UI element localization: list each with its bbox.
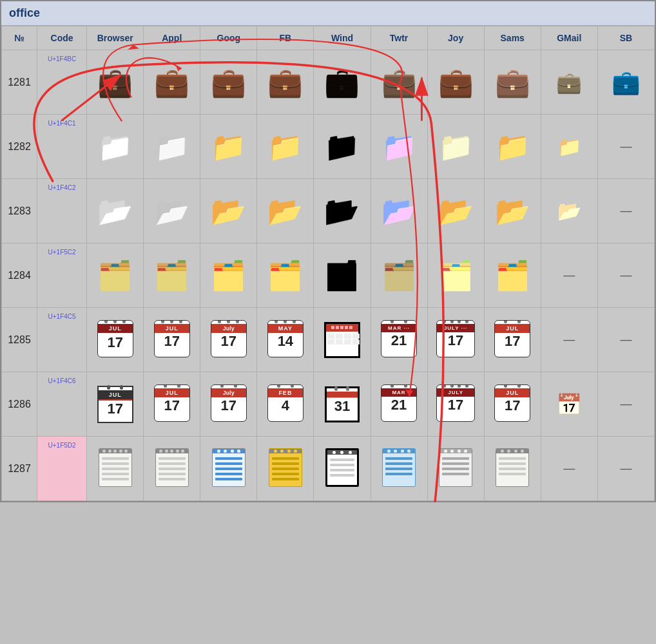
cal2-wind: 31 [314, 372, 371, 437]
row-code: U+1F4C1 [37, 115, 87, 179]
cal2-gmail: 📅 [541, 372, 597, 437]
dividers-joy: 🗂️ [427, 243, 484, 308]
briefcase-goog: 💼 [200, 50, 257, 115]
dividers-twtr: 🗂️ [371, 243, 427, 308]
cal-appl: JUL 17 [144, 308, 200, 372]
col-goog: Goog [200, 26, 257, 50]
row-code: U+1F5C2 [37, 243, 87, 308]
row-code: U+1F4C5 [37, 308, 87, 372]
dash: — [563, 333, 575, 346]
cal2-sams: JUL 17 [484, 372, 541, 437]
table-row: 1287 U+1F5D2 [2, 437, 655, 501]
folder-browser: 📁 [87, 115, 144, 179]
row-num: 1284 [2, 243, 37, 308]
col-appl: Appl [144, 26, 200, 50]
notepad-joy [427, 437, 484, 501]
dash: — [563, 462, 575, 475]
row-code: U+1F4C6 [37, 372, 87, 437]
table-row: 1284 U+1F5C2 🗂️ 🗂️ 🗂️ [2, 243, 655, 308]
cal2-appl: JUL 17 [144, 372, 200, 437]
folder-fb: 📁 [257, 115, 314, 179]
folder-joy: 📁 [427, 115, 484, 179]
folder-open-wind: 📂 [314, 179, 371, 243]
notepad-twtr [371, 437, 427, 501]
folder-open-fb: 📂 [257, 179, 314, 243]
cal-sb: — [597, 308, 654, 372]
table-row: 1282 U+1F4C1 📁 📁 📁 [2, 115, 655, 179]
dividers-appl: 🗂️ [144, 243, 200, 308]
dividers-wind: 🗂️ [314, 243, 371, 308]
dash: — [620, 140, 632, 153]
dividers-gmail: — [541, 243, 597, 308]
briefcase-twtr: 💼 [371, 50, 427, 115]
briefcase-wind: 💼 [314, 50, 371, 115]
briefcase-sams: 💼 [484, 50, 541, 115]
cal2-goog: July 17 [200, 372, 257, 437]
cal-gmail: — [541, 308, 597, 372]
dash: — [620, 204, 632, 217]
dash: — [620, 397, 632, 410]
table-wrapper: № Code Browser Appl Goog FB Wind Twtr Jo… [1, 26, 655, 501]
table-row: 1283 U+1F4C2 📂 📂 📂 [2, 179, 655, 243]
briefcase-browser: 💼 [87, 50, 144, 115]
folder-open-joy: 📂 [427, 179, 484, 243]
cal2-twtr: MAR 21 [371, 372, 427, 437]
col-twtr: Twtr [371, 26, 427, 50]
col-wind: Wind [314, 26, 371, 50]
folder-open-gmail: 📂 [541, 179, 597, 243]
folder-open-sams: 📂 [484, 179, 541, 243]
dividers-sb: — [597, 243, 654, 308]
dividers-goog: 🗂️ [200, 243, 257, 308]
folder-open-twtr: 📂 [371, 179, 427, 243]
notepad-browser [87, 437, 144, 501]
dash: — [620, 269, 632, 281]
notepad-gmail: — [541, 437, 597, 501]
row-num: 1286 [2, 372, 37, 437]
row-num: 1287 [2, 437, 37, 501]
dividers-sams: 🗂️ [484, 243, 541, 308]
cal-sams: JUL 17 [484, 308, 541, 372]
emoji-table: № Code Browser Appl Goog FB Wind Twtr Jo… [1, 26, 655, 501]
notepad-sb: — [597, 437, 654, 501]
cal-browser: JUL 17 [87, 308, 144, 372]
cal2-fb: FEB 4 [257, 372, 314, 437]
folder-open-goog: 📂 [200, 179, 257, 243]
cal2-sb: — [597, 372, 654, 437]
col-sb: SB [597, 26, 654, 50]
row-code: U+1F4BC [37, 50, 87, 115]
dash: — [563, 269, 575, 281]
cal2-joy: JULY 17 [427, 372, 484, 437]
cal2-browser: JUL 17 [87, 372, 144, 437]
briefcase-fb: 💼 [257, 50, 314, 115]
table-row: 1281 U+1F4BC 💼 💼 💼 [2, 50, 655, 115]
folder-sams: 📁 [484, 115, 541, 179]
table-row: 1286 U+1F4C6 JUL 17 [2, 372, 655, 437]
dividers-browser: 🗂️ [87, 243, 144, 308]
notepad-fb [257, 437, 314, 501]
folder-gmail: 📁 [541, 115, 597, 179]
cal-twtr: MAR ··· 21 [371, 308, 427, 372]
cal-fb: MAY 14 [257, 308, 314, 372]
col-sams: Sams [484, 26, 541, 50]
col-gmail: GMail [541, 26, 597, 50]
col-code: Code [37, 26, 87, 50]
folder-open-appl: 📂 [144, 179, 200, 243]
notepad-wind [314, 437, 371, 501]
notepad-appl [144, 437, 200, 501]
row-num: 1282 [2, 115, 37, 179]
cal-goog: July 17 [200, 308, 257, 372]
folder-sb: — [597, 115, 654, 179]
row-num: 1283 [2, 179, 37, 243]
row-code: U+1F5D2 [37, 437, 87, 501]
cal-wind [314, 308, 371, 372]
page-title: office [1, 1, 655, 26]
col-fb: FB [257, 26, 314, 50]
notepad-sams [484, 437, 541, 501]
row-code: U+1F4C2 [37, 179, 87, 243]
page-container: office № Code Browser Appl Goog FB Wind … [0, 0, 656, 502]
folder-appl: 📁 [144, 115, 200, 179]
notepad-goog [200, 437, 257, 501]
col-browser: Browser [87, 26, 144, 50]
briefcase-gmail: 💼 [541, 50, 597, 115]
table-row: 1285 U+1F4C5 JUL 17 [2, 308, 655, 372]
